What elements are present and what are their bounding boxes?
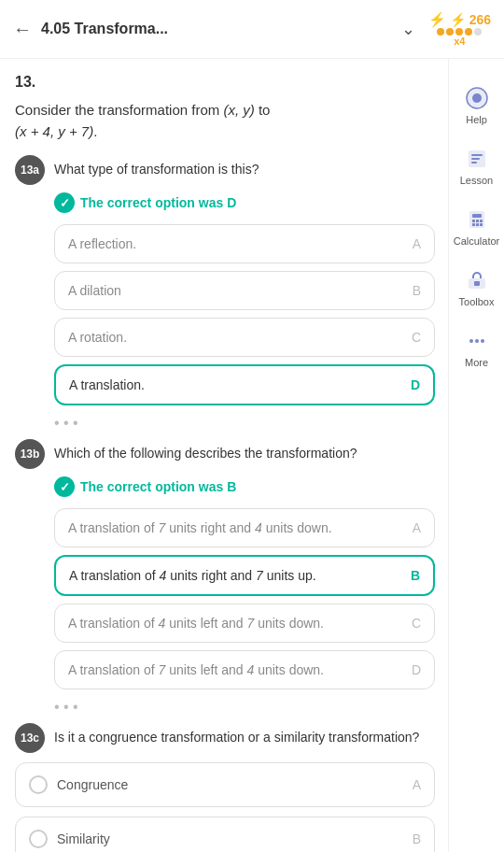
option-13b-B[interactable]: A translation of 4 units right and 7 uni… bbox=[54, 555, 435, 596]
option-text-13a-C: A rotation. bbox=[68, 330, 127, 345]
correct-text-13b: The correct option was B bbox=[80, 479, 236, 494]
option-letter-13b-A: A bbox=[413, 520, 421, 535]
radio-option-13c-B[interactable]: Similarity B bbox=[15, 816, 435, 852]
svg-rect-13 bbox=[480, 223, 483, 226]
correct-notice-13b: The correct option was B bbox=[54, 476, 435, 497]
question-13: 13. Consider the transformation from (x,… bbox=[15, 74, 435, 852]
option-text-13b-B: A translation of 4 units right and 7 uni… bbox=[69, 568, 316, 583]
option-13b-D[interactable]: A translation of 7 units left and 4 unit… bbox=[54, 650, 435, 689]
sub-badge-13c: 13c bbox=[15, 723, 45, 753]
option-text-13a-B: A dilation bbox=[68, 283, 121, 298]
radio-circle-B bbox=[29, 830, 48, 848]
svg-rect-4 bbox=[471, 158, 480, 160]
help-icon bbox=[464, 85, 490, 111]
radio-letter-B: B bbox=[413, 831, 421, 846]
sidebar-item-help[interactable]: Help bbox=[451, 78, 503, 133]
option-letter-13a-C: C bbox=[412, 330, 421, 345]
streak-count: ⚡ ⚡ 266 bbox=[428, 11, 491, 28]
radio-left-B: Similarity bbox=[29, 830, 110, 848]
streak-dot-4 bbox=[465, 28, 472, 36]
question-text: Consider the transformation from (x, y) … bbox=[15, 100, 435, 142]
option-letter-13b-D: D bbox=[412, 662, 421, 677]
bolt-icon: ⚡ bbox=[428, 11, 446, 28]
more-icon bbox=[464, 328, 490, 354]
option-letter-13b-C: C bbox=[412, 616, 421, 631]
radio-circle-A bbox=[29, 775, 48, 794]
header: ← 4.05 Transforma... ⌄ ⚡ ⚡ 266 x4 bbox=[0, 0, 504, 59]
chevron-down-icon[interactable]: ⌄ bbox=[401, 19, 415, 39]
sub-question-13b: 13b Which of the following describes the… bbox=[15, 439, 435, 716]
svg-rect-7 bbox=[472, 214, 482, 218]
streak-dot-2 bbox=[446, 28, 454, 36]
streak-dot-1 bbox=[437, 28, 444, 36]
sidebar-item-calculator[interactable]: Calculator bbox=[451, 199, 503, 254]
radio-letter-A: A bbox=[413, 777, 421, 792]
svg-point-1 bbox=[472, 93, 482, 103]
correct-text-13a: The correct option was D bbox=[80, 195, 236, 210]
streak-dots bbox=[437, 28, 482, 36]
dots-13a: • • • bbox=[54, 415, 435, 432]
streak-multiplier: x4 bbox=[454, 36, 465, 47]
sidebar-label-more: More bbox=[465, 357, 488, 368]
option-text-13b-D: A translation of 7 units left and 4 unit… bbox=[68, 662, 324, 677]
svg-point-16 bbox=[469, 339, 473, 343]
streak-dot-5 bbox=[474, 28, 482, 36]
radio-text-B: Similarity bbox=[57, 831, 110, 846]
option-text-13a-D: A translation. bbox=[69, 377, 145, 392]
sidebar-label-help: Help bbox=[466, 114, 487, 125]
sub-badge-13b: 13b bbox=[15, 439, 45, 469]
sidebar-item-toolbox[interactable]: Toolbox bbox=[451, 260, 503, 315]
svg-rect-9 bbox=[476, 220, 479, 222]
radio-option-13c-A[interactable]: Congruence A bbox=[15, 762, 435, 807]
svg-rect-3 bbox=[471, 154, 483, 156]
sidebar-label-lesson: Lesson bbox=[460, 175, 493, 186]
options-13a: A reflection. A A dilation B A rotation.… bbox=[54, 224, 435, 405]
options-13b: A translation of 7 units right and 4 uni… bbox=[54, 508, 435, 689]
svg-rect-15 bbox=[474, 281, 480, 286]
option-13b-C[interactable]: A translation of 4 units left and 7 unit… bbox=[54, 604, 435, 643]
option-13a-C[interactable]: A rotation. C bbox=[54, 318, 435, 357]
radio-options-13c: Congruence A Similarity B bbox=[15, 762, 435, 852]
svg-rect-10 bbox=[480, 220, 483, 222]
sub-question-13c: 13c Is it a congruence transformation or… bbox=[15, 723, 435, 852]
sub-question-text-13c: Is it a congruence transformation or a s… bbox=[54, 723, 419, 747]
content-area: 13. Consider the transformation from (x,… bbox=[0, 59, 448, 852]
svg-rect-11 bbox=[472, 223, 475, 226]
check-icon-13b bbox=[54, 476, 75, 497]
sidebar-label-toolbox: Toolbox bbox=[459, 296, 495, 307]
sub-question-header-13a: 13a What type of transformation is this? bbox=[15, 155, 435, 185]
option-letter-13a-D: D bbox=[411, 377, 420, 392]
lesson-title: 4.05 Transforma... bbox=[41, 21, 401, 37]
option-text-13b-C: A translation of 4 units left and 7 unit… bbox=[68, 616, 324, 631]
svg-point-17 bbox=[475, 339, 479, 343]
option-13a-D[interactable]: A translation. D bbox=[54, 364, 435, 405]
sidebar: Help Lesson bbox=[448, 59, 504, 852]
streak-dot-3 bbox=[455, 28, 463, 36]
sidebar-item-more[interactable]: More bbox=[451, 320, 503, 376]
sub-question-header-13c: 13c Is it a congruence transformation or… bbox=[15, 723, 435, 753]
calculator-icon bbox=[464, 206, 490, 233]
back-button[interactable]: ← bbox=[13, 19, 32, 40]
dots-13b: • • • bbox=[54, 699, 435, 716]
sub-question-header-13b: 13b Which of the following describes the… bbox=[15, 439, 435, 469]
option-13a-A[interactable]: A reflection. A bbox=[54, 224, 435, 263]
svg-rect-12 bbox=[476, 223, 479, 226]
svg-rect-5 bbox=[471, 162, 477, 163]
option-13b-A[interactable]: A translation of 7 units right and 4 uni… bbox=[54, 508, 435, 547]
sub-badge-13a: 13a bbox=[15, 155, 45, 185]
option-letter-13b-B: B bbox=[411, 568, 420, 583]
question-number: 13. bbox=[15, 74, 435, 91]
option-letter-13a-A: A bbox=[413, 236, 421, 251]
radio-left-A: Congruence bbox=[29, 775, 128, 794]
sub-question-text-13b: Which of the following describes the tra… bbox=[54, 439, 357, 463]
option-letter-13a-B: B bbox=[413, 283, 421, 298]
sidebar-item-lesson[interactable]: Lesson bbox=[451, 138, 503, 193]
main-layout: 13. Consider the transformation from (x,… bbox=[0, 59, 504, 852]
option-13a-B[interactable]: A dilation B bbox=[54, 271, 435, 310]
radio-text-A: Congruence bbox=[57, 777, 128, 792]
sub-question-text-13a: What type of transformation is this? bbox=[54, 155, 259, 179]
check-icon-13a bbox=[54, 192, 75, 213]
correct-notice-13a: The correct option was D bbox=[54, 192, 435, 213]
toolbox-icon bbox=[464, 267, 490, 293]
svg-rect-8 bbox=[472, 220, 475, 222]
